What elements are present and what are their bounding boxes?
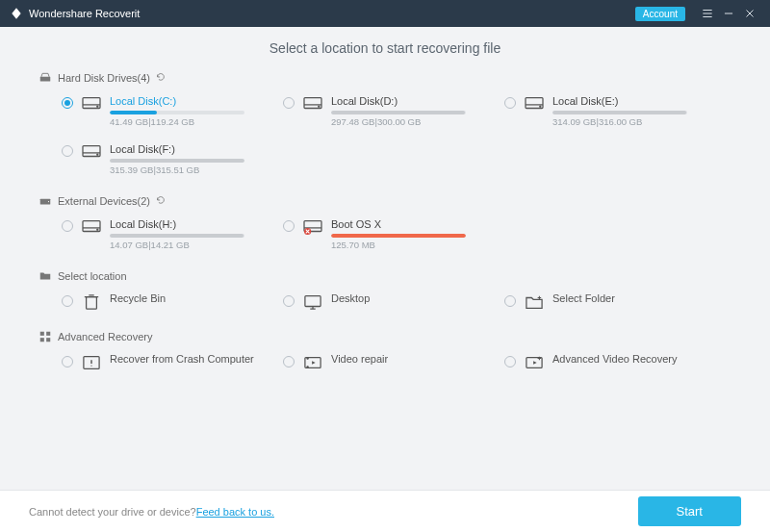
drive-name: Local Disk(F:)	[110, 142, 283, 156]
radio-c[interactable]	[62, 97, 73, 109]
drive-icon	[81, 218, 102, 236]
drive-name: Local Disk(C:)	[110, 94, 283, 108]
adv-label: Recover from Crash Computer	[110, 353, 254, 365]
svg-rect-16	[305, 296, 321, 307]
hdd-grid: Local Disk(C:) 41.49 GB|119.24 GB Local …	[62, 90, 732, 187]
advanced-grid: Recover from Crash Computer Video repair…	[62, 349, 732, 383]
section-ext-label: External Devices(2)	[58, 195, 150, 207]
drive-size: 314.09 GB|316.00 GB	[552, 116, 726, 127]
loc-label: Select Folder	[552, 292, 615, 304]
menu-button[interactable]	[697, 3, 718, 24]
svg-point-24	[307, 367, 308, 367]
svg-point-10	[48, 201, 49, 202]
svg-rect-18	[46, 332, 50, 336]
drive-item-d[interactable]: Local Disk(D:) 297.48 GB|300.00 GB	[283, 90, 504, 139]
radio-video[interactable]	[283, 356, 295, 367]
minimize-button[interactable]	[718, 3, 739, 24]
radio-f[interactable]	[62, 145, 73, 157]
refresh-hdd-button[interactable]	[156, 72, 166, 84]
drive-size: 41.49 GB|119.24 GB	[110, 116, 283, 127]
usage-bar	[552, 111, 687, 114]
refresh-ext-button[interactable]	[156, 195, 166, 207]
radio-e[interactable]	[504, 97, 516, 109]
usage-bar	[110, 111, 244, 114]
loc-recycle[interactable]: Recycle Bin	[62, 289, 283, 322]
drive-item-e[interactable]: Local Disk(E:) 314.09 GB|316.00 GB	[504, 90, 726, 139]
close-button[interactable]	[739, 3, 760, 24]
drive-name: Local Disk(H:)	[110, 217, 283, 231]
crash-icon	[81, 354, 102, 371]
drive-size: 315.39 GB|315.51 GB	[110, 165, 283, 175]
page-title: Select a location to start recovering fi…	[38, 40, 732, 56]
adv-label: Advanced Video Recovery	[552, 353, 677, 365]
adv-video[interactable]: Video repair	[283, 349, 504, 383]
drive-icon	[81, 143, 102, 161]
refresh-icon	[156, 72, 166, 82]
select-grid: Recycle Bin Desktop Select Folder	[62, 289, 732, 322]
account-button[interactable]: Account	[635, 7, 685, 21]
section-select-label: Select location	[58, 270, 127, 282]
app-logo-icon	[10, 7, 23, 20]
usage-bar	[110, 234, 244, 238]
drive-name: Local Disk(D:)	[331, 94, 504, 108]
titlebar: Wondershare Recoverit Account	[0, 0, 770, 27]
grid-icon	[38, 330, 52, 343]
video-icon	[302, 354, 323, 371]
drive-size: 297.48 GB|300.00 GB	[331, 116, 504, 127]
svg-point-8	[97, 154, 98, 155]
drive-name: Local Disk(E:)	[552, 94, 726, 108]
drive-name: Boot OS X	[331, 217, 504, 231]
radio-crash[interactable]	[62, 356, 73, 367]
section-select: Select location	[38, 269, 732, 283]
folder-icon	[38, 269, 52, 283]
radio-desktop[interactable]	[283, 295, 295, 307]
section-hdd-label: Hard Disk Drives(4)	[58, 72, 150, 84]
start-button[interactable]: Start	[638, 496, 741, 526]
drive-size: 125.70 MB	[331, 240, 504, 250]
svg-point-6	[540, 106, 541, 107]
drive-item-h[interactable]: Local Disk(H:) 14.07 GB|14.21 GB	[62, 214, 283, 262]
minimize-icon	[722, 7, 735, 20]
radio-d[interactable]	[283, 97, 295, 109]
radio-boot[interactable]	[283, 220, 295, 232]
drive-size: 14.07 GB|14.21 GB	[110, 240, 283, 250]
drive-item-f[interactable]: Local Disk(F:) 315.39 GB|315.51 GB	[62, 139, 283, 187]
feedback-link[interactable]: Feed back to us.	[196, 506, 274, 518]
external-icon	[38, 194, 52, 208]
recycle-bin-icon	[81, 293, 102, 311]
loc-label: Desktop	[331, 292, 370, 304]
drive-error-icon	[302, 218, 323, 236]
loc-folder[interactable]: Select Folder	[504, 289, 726, 322]
svg-point-2	[97, 106, 98, 107]
drive-item-boot[interactable]: Boot OS X 125.70 MB	[283, 214, 504, 262]
radio-folder[interactable]	[504, 295, 516, 307]
svg-rect-20	[46, 338, 50, 342]
menu-icon	[701, 7, 714, 20]
refresh-icon	[156, 195, 166, 205]
radio-advvideo[interactable]	[504, 356, 516, 367]
loc-label: Recycle Bin	[110, 292, 166, 304]
ext-grid: Local Disk(H:) 14.07 GB|14.21 GB Boot OS…	[62, 214, 732, 262]
svg-rect-0	[40, 77, 51, 82]
drive-icon	[302, 95, 323, 113]
radio-h[interactable]	[62, 220, 73, 232]
drive-icon	[524, 95, 545, 113]
section-hdd: Hard Disk Drives(4)	[38, 71, 732, 85]
radio-recycle[interactable]	[62, 295, 73, 307]
drive-item-c[interactable]: Local Disk(C:) 41.49 GB|119.24 GB	[62, 90, 283, 139]
loc-desktop[interactable]: Desktop	[283, 289, 504, 322]
section-advanced: Advanced Recovery	[38, 330, 732, 343]
svg-rect-15	[87, 297, 97, 310]
svg-point-12	[97, 229, 98, 230]
close-icon	[743, 7, 757, 20]
adv-crash[interactable]: Recover from Crash Computer	[62, 349, 283, 383]
adv-advvideo[interactable]: Advanced Video Recovery	[504, 349, 726, 383]
select-folder-icon	[524, 293, 545, 311]
svg-point-4	[319, 106, 320, 107]
svg-rect-19	[40, 338, 44, 342]
svg-rect-17	[40, 332, 44, 336]
drive-icon	[81, 95, 102, 113]
usage-bar	[331, 111, 466, 114]
usage-bar	[331, 234, 466, 238]
desktop-icon	[302, 293, 323, 311]
